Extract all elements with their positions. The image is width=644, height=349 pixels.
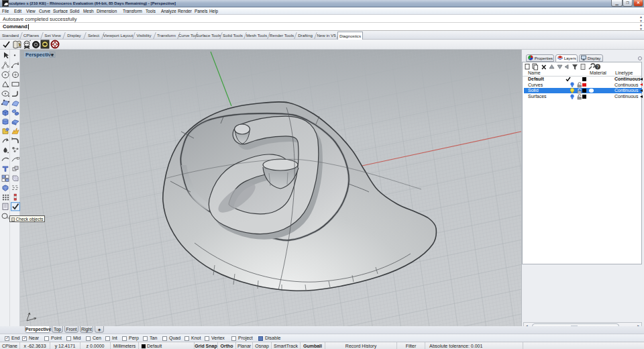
svg-text:Perspective: Perspective	[25, 52, 54, 58]
svg-text:?: ?	[596, 64, 599, 69]
